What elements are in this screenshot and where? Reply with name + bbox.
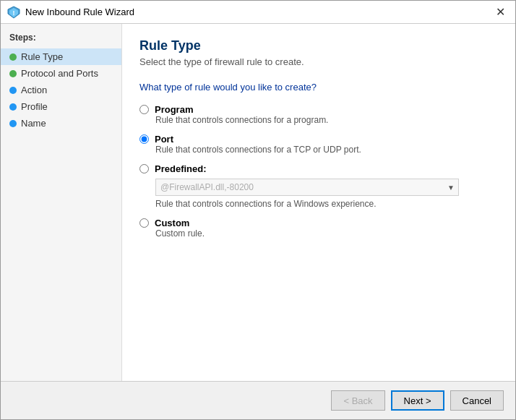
title-bar-text: New Inbound Rule Wizard	[25, 7, 491, 17]
steps-label: Steps:	[1, 33, 121, 48]
custom-desc: Custom rule.	[155, 228, 498, 239]
sidebar-item-protocol-ports[interactable]: Protocol and Ports	[1, 65, 121, 82]
dot-icon-rule-type	[9, 53, 17, 61]
title-bar: ! New Inbound Rule Wizard ✕	[1, 1, 515, 24]
port-desc: Rule that controls connections for a TCP…	[155, 145, 498, 155]
port-radio-row: Port	[139, 134, 498, 145]
predefined-section: @FirewallAPI.dll,-80200 Rule that contro…	[155, 179, 498, 209]
predefined-desc: Rule that controls connections for a Win…	[155, 199, 498, 209]
main-window: ! New Inbound Rule Wizard ✕ Steps: Rule …	[0, 0, 516, 420]
custom-label[interactable]: Custom	[155, 218, 189, 228]
predefined-dropdown-wrapper: @FirewallAPI.dll,-80200	[155, 179, 459, 196]
port-label[interactable]: Port	[155, 134, 173, 145]
sidebar-label-rule-type: Rule Type	[21, 51, 63, 62]
dot-icon-action	[9, 87, 17, 94]
option-port: Port Rule that controls connections for …	[139, 134, 498, 155]
program-radio[interactable]	[139, 105, 149, 114]
option-predefined: Predefined: @FirewallAPI.dll,-80200 Rule…	[139, 163, 498, 209]
sidebar: Steps: Rule Type Protocol and Ports Acti…	[1, 24, 122, 381]
sidebar-item-rule-type[interactable]: Rule Type	[1, 48, 121, 65]
predefined-radio[interactable]	[139, 164, 149, 173]
next-button[interactable]: Next >	[391, 390, 444, 411]
sidebar-item-name[interactable]: Name	[1, 115, 121, 132]
custom-radio[interactable]	[139, 218, 149, 228]
sidebar-item-action[interactable]: Action	[1, 82, 121, 98]
window-icon: !	[7, 5, 21, 20]
program-label[interactable]: Program	[155, 104, 193, 115]
program-desc: Rule that controls connections for a pro…	[155, 115, 498, 125]
sidebar-label-action: Action	[21, 85, 47, 95]
content-area: Steps: Rule Type Protocol and Ports Acti…	[1, 24, 515, 381]
custom-radio-row: Custom	[139, 218, 498, 228]
back-button[interactable]: < Back	[331, 390, 384, 411]
option-program: Program Rule that controls connections f…	[139, 104, 498, 125]
page-subtitle: Select the type of firewall rule to crea…	[139, 56, 498, 67]
port-radio[interactable]	[139, 134, 149, 144]
radio-group: Program Rule that controls connections f…	[139, 104, 498, 239]
dot-icon-profile	[9, 103, 17, 111]
dot-icon-name	[9, 120, 17, 127]
dot-icon-protocol-ports	[9, 70, 17, 77]
sidebar-label-protocol-ports: Protocol and Ports	[21, 68, 98, 79]
sidebar-label-name: Name	[21, 118, 46, 129]
predefined-radio-row: Predefined:	[139, 163, 498, 174]
close-button[interactable]: ✕	[491, 3, 509, 22]
sidebar-item-profile[interactable]: Profile	[1, 98, 121, 115]
cancel-button[interactable]: Cancel	[450, 390, 504, 411]
predefined-dropdown[interactable]: @FirewallAPI.dll,-80200	[155, 179, 459, 196]
option-custom: Custom Custom rule.	[139, 218, 498, 239]
footer: < Back Next > Cancel	[1, 381, 515, 419]
page-title: Rule Type	[139, 38, 498, 53]
predefined-label[interactable]: Predefined:	[155, 163, 207, 174]
svg-text:!: !	[13, 9, 15, 17]
sidebar-label-profile: Profile	[21, 101, 48, 112]
question-label: What type of rule would you like to crea…	[139, 82, 498, 93]
main-panel: Rule Type Select the type of firewall ru…	[122, 24, 515, 381]
program-radio-row: Program	[139, 104, 498, 115]
